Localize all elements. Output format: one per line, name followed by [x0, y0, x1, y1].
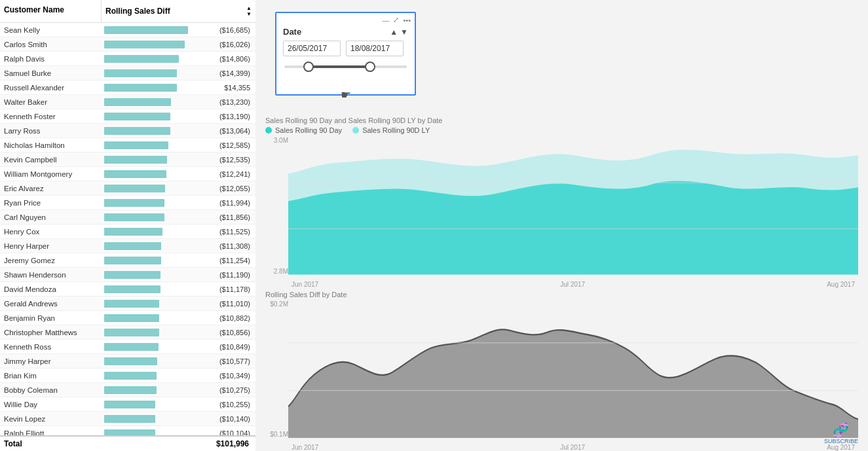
cell-name: Sean Kelly	[0, 25, 102, 35]
cell-value: ($10,882)	[210, 314, 253, 322]
cursor-icon: ☛	[341, 88, 351, 102]
cell-value: ($11,010)	[210, 300, 253, 308]
cell-bar-container: ($10,856)	[102, 327, 255, 338]
cell-bar-container: ($11,254)	[102, 255, 255, 266]
cell-bar	[104, 372, 157, 380]
table-row[interactable]: Henry Cox ($11,525)	[0, 225, 255, 239]
y-label: $0.2M	[265, 300, 288, 308]
table-row[interactable]: Christopher Matthews ($10,856)	[0, 325, 255, 340]
legend-item: Sales Rolling 90D LY	[352, 126, 430, 134]
table-row[interactable]: Kevin Campbell ($12,535)	[0, 153, 255, 167]
cell-bar	[104, 55, 179, 63]
table-row[interactable]: Ryan Price ($11,994)	[0, 196, 255, 210]
cell-bar-container: ($10,275)	[102, 385, 255, 395]
table-row[interactable]: Kenneth Ross ($10,849)	[0, 340, 255, 354]
more-icon[interactable]: •••	[403, 16, 411, 24]
x-label: Jun 2017	[292, 444, 318, 451]
y-label: 3.0M	[265, 137, 288, 144]
slider-handle-right[interactable]	[365, 62, 375, 72]
date-slider[interactable]: ☛	[276, 65, 415, 88]
cell-bar	[104, 415, 155, 423]
minimize-icon[interactable]: —	[382, 16, 389, 24]
expand-icon[interactable]: ⤢	[393, 16, 399, 24]
cell-value: ($11,308)	[210, 242, 253, 250]
bottom-chart-y-labels: $0.2M$0.1M	[265, 300, 288, 439]
cell-name: Walter Baker	[0, 97, 102, 107]
table-row[interactable]: David Mendoza ($11,178)	[0, 282, 255, 297]
slider-track	[284, 65, 407, 68]
top-chart-x-labels: Jun 2017Jul 2017Aug 2017	[288, 281, 858, 288]
cell-value: ($11,178)	[210, 285, 253, 293]
table-row[interactable]: Larry Ross ($13,064)	[0, 124, 255, 138]
date-inputs	[276, 41, 415, 62]
table-row[interactable]: Kenneth Foster ($13,190)	[0, 109, 255, 124]
table-row[interactable]: Jimmy Harper ($10,577)	[0, 354, 255, 369]
cell-name: Henry Harper	[0, 241, 102, 251]
cell-name: Larry Ross	[0, 126, 102, 136]
cell-bar	[104, 257, 161, 264]
table-row[interactable]: Sean Kelly ($16,685)	[0, 23, 255, 37]
start-date-input[interactable]	[283, 41, 341, 56]
table-row[interactable]: Ralph Elliott ($10,104)	[0, 426, 255, 435]
table-row[interactable]: Kevin Lopez ($10,140)	[0, 412, 255, 426]
x-label: Jul 2017	[560, 444, 585, 451]
cell-bar-container: ($13,230)	[102, 97, 255, 107]
table-row[interactable]: Ralph Davis ($14,806)	[0, 52, 255, 66]
table-row[interactable]: Samuel Burke ($14,399)	[0, 66, 255, 81]
date-down-arrow[interactable]: ▼	[400, 27, 408, 37]
cell-bar	[104, 185, 165, 192]
cell-bar	[104, 429, 155, 436]
col-value-header: Rolling Sales Diff ▲ ▼	[102, 0, 255, 22]
table-row[interactable]: Walter Baker ($13,230)	[0, 95, 255, 109]
table-row[interactable]: Benjamin Ryan ($10,882)	[0, 311, 255, 325]
table-row[interactable]: Henry Harper ($11,308)	[0, 239, 255, 253]
cell-name: Christopher Matthews	[0, 327, 102, 338]
cell-bar	[104, 213, 164, 221]
cell-value: ($10,255)	[210, 401, 253, 408]
cell-bar	[104, 401, 155, 408]
cell-value: ($13,190)	[210, 113, 253, 120]
cell-bar	[104, 228, 162, 236]
cell-bar	[104, 300, 159, 308]
sort-asc-icon[interactable]: ▲	[246, 5, 252, 11]
date-filter-popup: — ⤢ ••• Date ▲ ▼ ☛	[275, 12, 416, 96]
cell-value: ($11,994)	[210, 199, 253, 207]
date-filter-label: Date	[283, 27, 301, 37]
x-label: Jul 2017	[560, 281, 585, 288]
bottom-chart-area	[288, 300, 858, 439]
date-up-arrow[interactable]: ▲	[390, 27, 398, 37]
subscribe-icon: 🧬	[833, 422, 849, 438]
cell-bar	[104, 113, 170, 120]
table-row[interactable]: Carl Nguyen ($11,856)	[0, 210, 255, 225]
x-label: Aug 2017	[827, 444, 855, 451]
table-row[interactable]: Willie Day ($10,255)	[0, 397, 255, 412]
table-row[interactable]: Brian Kim ($10,349)	[0, 369, 255, 383]
sort-desc-icon[interactable]: ▼	[246, 11, 252, 17]
table-row[interactable]: William Montgomery ($12,241)	[0, 167, 255, 181]
cell-value: ($12,585)	[210, 141, 253, 149]
cell-bar	[104, 242, 161, 250]
subscribe-button[interactable]: 🧬 SUBSCRIBE	[824, 422, 858, 444]
sort-icons[interactable]: ▲ ▼	[246, 5, 252, 17]
cell-bar-container: ($10,255)	[102, 399, 255, 410]
cell-value: ($10,140)	[210, 415, 253, 423]
table-row[interactable]: Carlos Smith ($16,026)	[0, 37, 255, 52]
cell-name: Brian Kim	[0, 370, 102, 381]
table-row[interactable]: Nicholas Hamilton ($12,585)	[0, 138, 255, 153]
cell-name: Willie Day	[0, 399, 102, 410]
cell-value: ($13,064)	[210, 127, 253, 135]
table-body[interactable]: Sean Kelly ($16,685) Carlos Smith ($16,0…	[0, 23, 255, 435]
table-header: Customer Name Rolling Sales Diff ▲ ▼	[0, 0, 255, 23]
end-date-input[interactable]	[346, 41, 404, 56]
table-row[interactable]: Shawn Henderson ($11,190)	[0, 268, 255, 282]
cell-name: Kenneth Foster	[0, 111, 102, 122]
table-row[interactable]: Russell Alexander $14,355	[0, 81, 255, 95]
slider-handle-left[interactable]	[303, 62, 314, 72]
cell-name: Russell Alexander	[0, 82, 102, 93]
right-panel: — ⤢ ••• Date ▲ ▼ ☛ S	[255, 0, 868, 451]
table-row[interactable]: Jeremy Gomez ($11,254)	[0, 253, 255, 268]
table-row[interactable]: Bobby Coleman ($10,275)	[0, 383, 255, 397]
table-row[interactable]: Gerald Andrews ($11,010)	[0, 297, 255, 311]
cell-name: Ryan Price	[0, 198, 102, 208]
table-row[interactable]: Eric Alvarez ($12,055)	[0, 181, 255, 196]
